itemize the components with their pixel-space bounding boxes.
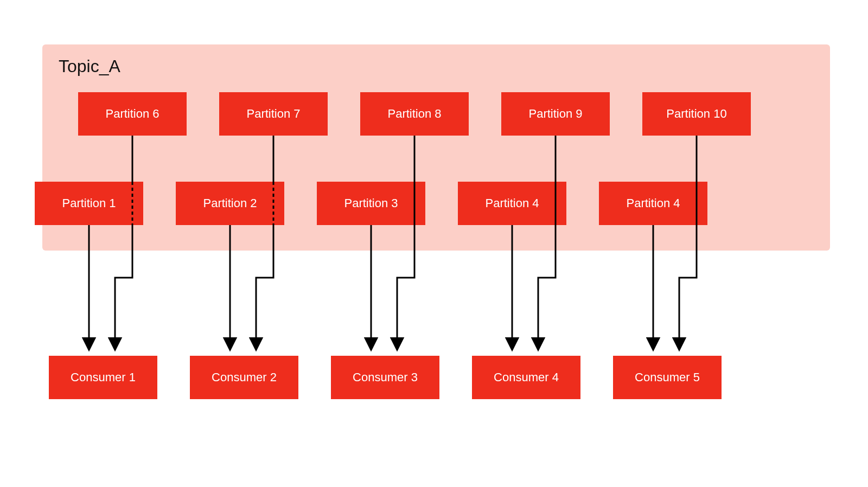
partition-box: Partition 10 [642,92,751,136]
partition-box: Partition 7 [219,92,328,136]
topic-container [42,44,830,251]
partition-box: Partition 2 [176,182,284,225]
partition-box: Partition 6 [78,92,187,136]
consumer-box: Consumer 4 [472,356,580,399]
partition-box: Partition 3 [317,182,425,225]
partition-box: Partition 4 [458,182,566,225]
consumer-box: Consumer 3 [331,356,439,399]
consumer-box: Consumer 5 [613,356,722,399]
topic-title: Topic_A [59,56,120,76]
consumer-box: Consumer 1 [49,356,157,399]
partition-box: Partition 1 [35,182,143,225]
consumer-box: Consumer 2 [190,356,298,399]
partition-box: Partition 8 [360,92,469,136]
partition-box: Partition 4 [599,182,707,225]
partition-box: Partition 9 [501,92,610,136]
